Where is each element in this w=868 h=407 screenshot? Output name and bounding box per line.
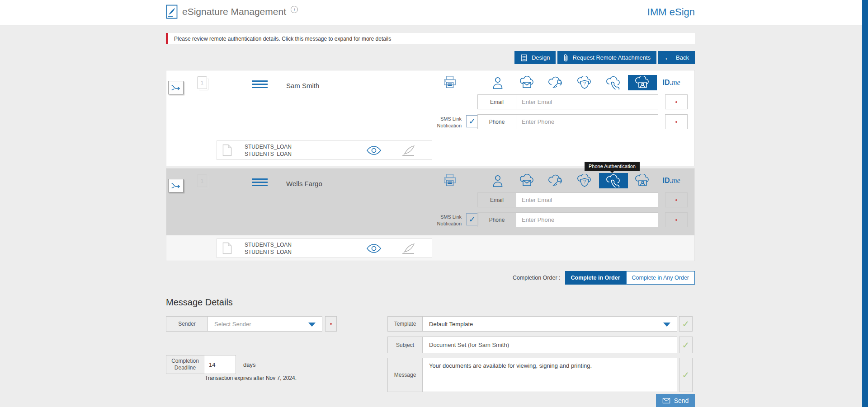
email-required-marker [665,94,688,109]
signer-card-sam-smith: 1 Sam Smith ID.me Email SMS LinkNotifica… [166,70,695,166]
workflow-branch-button[interactable] [168,179,184,192]
phone-auth-icon[interactable] [599,75,628,90]
idme-prefix: ID. [662,177,671,184]
email-input[interactable] [516,95,658,109]
toolbar: Design Request Remote Attachments ← Back [166,51,695,64]
brand-logo: IMM eSign [647,6,695,18]
message-textarea[interactable]: Your documents are available for viewing… [423,358,677,392]
idme-auth-button[interactable]: ID.me [657,79,686,87]
esign-document-icon [166,5,178,19]
scrollbar-strip[interactable] [862,0,868,407]
sms-link-notification-label: SMS LinkNotification [426,214,462,227]
top-bar: eSignature Management i IMM eSign [0,0,868,25]
template-label: Template [387,316,423,332]
email-label: Email [478,193,516,207]
chevron-down-icon [663,323,670,327]
message-valid-check: ✓ [679,358,693,392]
idme-auth-button[interactable]: ID.me [657,177,686,185]
completion-order-label: Completion Order : [513,275,561,281]
design-button[interactable]: Design [514,51,556,64]
email-input[interactable] [516,193,658,207]
workflow-branch-button[interactable] [168,81,184,94]
paperclip-icon [563,54,568,62]
phone-label: Phone [478,213,516,227]
phone-input[interactable] [516,115,658,129]
sms-link-notification-checkbox[interactable]: ✓ [466,115,478,127]
in-branch-auth-icon[interactable] [628,173,657,188]
email-required-marker [665,192,688,207]
message-label: Message [387,358,423,392]
signer-name: Sam Smith [286,82,319,89]
phone-input[interactable] [516,213,658,227]
sender-label: Sender [166,316,208,332]
idme-suffix: me [672,177,680,184]
sender-placeholder: Select Sender [214,321,251,327]
send-button-label: Send [674,397,689,404]
document-row[interactable]: STUDENTS_LOAN STUDENTS_LOAN [217,140,432,160]
template-dropdown[interactable]: Default Template [423,316,677,332]
auth-method-row: ID.me [483,173,686,188]
access-code-auth-icon[interactable] [541,75,570,90]
design-button-label: Design [532,54,550,61]
drag-handle-icon[interactable] [252,80,268,90]
email-auth-icon[interactable] [512,173,541,188]
info-icon[interactable]: i [291,6,298,13]
branch-arrow-icon [171,84,181,91]
sms-link-notification-label: SMS LinkNotification [426,116,462,129]
alert-banner[interactable]: Please review remote authentication deta… [166,33,695,44]
document-title-2: STUDENTS_LOAN [245,248,292,256]
back-button-label: Back [676,54,689,61]
sender-dropdown[interactable]: Select Sender [208,316,322,332]
branch-arrow-icon [171,182,181,189]
signature-quill-icon[interactable] [401,243,416,254]
completion-deadline-label: Completion Deadline [166,355,204,374]
sms-link-notification-checkbox[interactable]: ✓ [466,213,478,225]
complete-in-any-order-button[interactable]: Complete in Any Order [626,271,695,285]
document-page-icon [222,242,232,254]
phone-required-marker [665,114,688,129]
request-remote-attachments-button[interactable]: Request Remote Attachments [557,51,656,64]
deadline-unit-label: days [243,361,255,368]
chevron-down-icon [308,323,316,327]
completion-order-group: Completion Order : Complete in Order Com… [513,271,695,285]
phone-auth-icon[interactable] [599,173,628,188]
document-title-1: STUDENTS_LOAN [245,241,292,248]
print-icon[interactable] [443,75,457,89]
idme-prefix: ID. [662,79,671,86]
subject-valid-check: ✓ [679,337,693,353]
access-code-auth-icon[interactable] [541,173,570,188]
auth-method-row: ID.me [483,75,686,90]
completion-deadline-input[interactable] [204,355,236,374]
signature-quill-icon[interactable] [401,145,416,156]
subject-value: Document Set (for Sam Smith) [429,342,509,348]
document-row[interactable]: STUDENTS_LOAN STUDENTS_LOAN [217,239,432,258]
security-question-auth-icon[interactable] [570,75,599,90]
request-remote-attachments-label: Request Remote Attachments [572,54,651,61]
expiry-note: Transaction expires after Nov 7, 2024. [205,375,297,381]
complete-in-order-button[interactable]: Complete in Order [565,271,626,285]
phone-required-marker [665,212,688,227]
template-value: Default Template [429,321,473,327]
print-icon[interactable] [443,173,457,187]
preview-eye-icon[interactable] [366,145,382,155]
back-button[interactable]: ← Back [658,51,695,64]
phone-auth-tooltip: Phone Authentication [585,162,640,171]
back-arrow-icon: ← [664,54,672,61]
send-mail-icon [662,398,670,404]
email-label: Email [478,95,516,109]
in-person-auth-icon[interactable] [483,173,512,188]
in-person-auth-icon[interactable] [483,75,512,90]
email-auth-icon[interactable] [512,75,541,90]
document-count: 1 [201,80,203,85]
document-count-icon: 1 [197,76,207,89]
signer-name: Wells Fargo [286,180,322,187]
phone-label: Phone [478,115,516,129]
document-title-2: STUDENTS_LOAN [245,150,292,158]
signer-card-wells-fargo: Phone Authentication 1 Wells Fargo ID.me… [166,168,695,261]
security-question-auth-icon[interactable] [570,173,599,188]
preview-eye-icon[interactable] [366,243,382,253]
subject-field[interactable]: Document Set (for Sam Smith) [423,337,677,353]
in-branch-auth-icon[interactable] [628,75,657,90]
send-button[interactable]: Send [656,394,695,407]
drag-handle-icon[interactable] [252,178,268,188]
